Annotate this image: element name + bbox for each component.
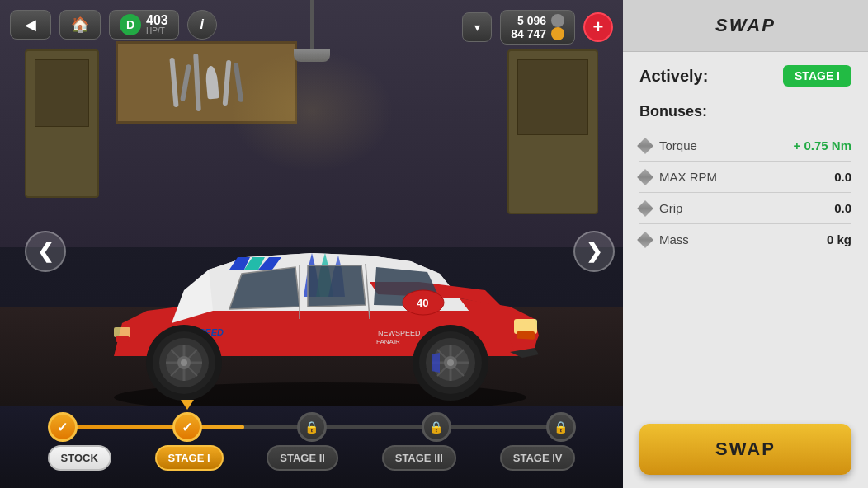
currency-panel: 5 096 84 747 [500, 10, 575, 45]
stage-label-4[interactable]: STAGE IV [500, 445, 576, 471]
bonus-name-mass: Mass [659, 232, 689, 246]
silver-coin-icon [551, 14, 564, 27]
add-button[interactable]: + [583, 12, 613, 42]
lock-icon-3: 🔒 [554, 420, 568, 434]
diamond-icon-mass [637, 232, 653, 248]
tool-6 [234, 63, 244, 102]
lock-icon-1: 🔒 [304, 420, 318, 434]
svg-text:FANAIR: FANAIR [376, 338, 400, 345]
bonus-row-torque: Torque + 0.75 Nm [639, 130, 851, 162]
stage-label-3[interactable]: STAGE III [382, 445, 456, 471]
bonus-row-grip: Grip 0.0 [639, 193, 851, 224]
bonus-row-mass: Mass 0 kg [639, 224, 851, 255]
stage-label-2[interactable]: STAGE II [267, 445, 338, 471]
info-icon: i [200, 17, 203, 32]
plus-icon: + [593, 16, 604, 38]
right-panel: SWAP Actively: STAGE I Bonuses: Torque +… [623, 0, 868, 488]
gold-coin-icon [551, 27, 564, 40]
stage-node-4[interactable]: 🔒 [546, 412, 576, 442]
gold-value: 84 747 [511, 27, 546, 40]
grade-circle: D [120, 14, 141, 35]
tool-3 [193, 54, 201, 111]
right-arrow-icon: ❯ [586, 240, 602, 263]
bonus-left-torque: Torque [639, 138, 697, 152]
dropdown-button[interactable]: ▾ [462, 12, 492, 42]
tool-board [116, 41, 297, 124]
right-header: SWAP [623, 0, 868, 52]
progress-track: ✓ ✓ 🔒 🔒 🔒 [48, 412, 576, 442]
back-button[interactable]: ◀ [10, 10, 51, 40]
bonus-name-rpm: MAX RPM [659, 170, 717, 184]
panel-title: SWAP [638, 15, 853, 36]
top-right: ▾ 5 096 84 747 + [462, 10, 613, 45]
hp-unit: HP/T [146, 27, 168, 35]
svg-text:40: 40 [417, 297, 428, 309]
left-arrow-icon: ❮ [37, 240, 54, 263]
bonus-left-rpm: MAX RPM [639, 170, 717, 184]
lock-icon-2: 🔒 [429, 420, 443, 434]
stage-labels: STOCK STAGE I STAGE II STAGE III STAGE I… [48, 445, 576, 471]
info-button[interactable]: i [187, 10, 217, 40]
silver-value: 5 096 [517, 14, 546, 27]
bonus-left-grip: Grip [639, 201, 682, 215]
svg-text:NEWSPEED: NEWSPEED [378, 329, 421, 337]
tool-2 [180, 63, 191, 101]
home-icon: 🏠 [71, 16, 89, 34]
stage-node-stock[interactable]: ✓ [48, 412, 78, 442]
bonus-name-torque: Torque [659, 138, 697, 152]
tool-1 [169, 58, 178, 107]
prev-car-button[interactable]: ❮ [25, 231, 66, 272]
active-stage-badge: STAGE I [783, 65, 851, 87]
left-panel: ◀ 🏠 D 403 HP/T i ▾ 5 096 [0, 0, 623, 488]
car-image: NEWSPEED FANAIR NEWSPEED FANAIR [64, 175, 576, 406]
svg-point-30 [181, 359, 187, 366]
bonuses-label: Bonuses: [639, 103, 851, 120]
stage-node-2[interactable]: 🔒 [297, 412, 327, 442]
top-nav: ◀ 🏠 D 403 HP/T i [10, 10, 217, 40]
bonus-name-grip: Grip [659, 201, 682, 215]
grade-stats: 403 HP/T [146, 14, 168, 35]
tool-5 [223, 59, 232, 105]
stage-node-3[interactable]: 🔒 [422, 412, 451, 442]
garage-button[interactable]: 🏠 [59, 10, 101, 40]
bonus-value-grip: 0.0 [834, 201, 851, 215]
gold-currency-row: 84 747 [511, 27, 564, 40]
hp-value: 403 [146, 14, 168, 27]
svg-rect-6 [116, 336, 129, 342]
stage-node-1[interactable]: ✓ [172, 412, 202, 442]
silver-currency-row: 5 096 [517, 14, 564, 27]
diamond-icon-rpm [637, 169, 653, 185]
stage-label-1[interactable]: STAGE I [155, 445, 224, 471]
bonus-row-rpm: MAX RPM 0.0 [639, 162, 851, 193]
svg-rect-4 [517, 331, 535, 340]
diamond-icon-grip [637, 200, 653, 217]
bonus-value-rpm: 0.0 [834, 170, 851, 184]
swap-btn-container: SWAP [623, 411, 868, 488]
check-icon: ✓ [57, 420, 68, 435]
svg-point-20 [447, 359, 454, 366]
bonus-value-torque: + 0.75 Nm [794, 138, 851, 152]
bonus-value-mass: 0 kg [827, 232, 851, 246]
actively-row: Actively: STAGE I [639, 65, 851, 87]
stage-label-stock[interactable]: STOCK [48, 445, 111, 471]
bonus-left-mass: Mass [639, 232, 689, 246]
bottom-bar: ✓ ✓ 🔒 🔒 🔒 [0, 406, 623, 488]
grade-badge: D 403 HP/T [109, 10, 179, 40]
right-content: Actively: STAGE I Bonuses: Torque + 0.75… [623, 52, 868, 411]
stage-nodes: ✓ ✓ 🔒 🔒 🔒 [48, 412, 576, 442]
tool-4 [205, 65, 219, 99]
actively-label: Actively: [639, 67, 708, 86]
lamp [310, 0, 314, 49]
next-car-button[interactable]: ❯ [573, 231, 615, 272]
chevron-down-icon: ▾ [474, 21, 480, 34]
check-icon-2: ✓ [182, 420, 192, 435]
stage-indicator [181, 400, 194, 410]
back-icon: ◀ [25, 16, 36, 34]
diamond-icon-torque [637, 138, 653, 154]
car-container: ❮ [17, 125, 623, 406]
swap-button[interactable]: SWAP [639, 424, 851, 475]
